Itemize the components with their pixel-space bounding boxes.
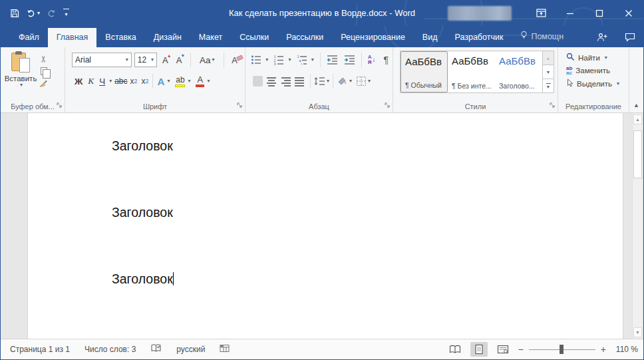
document-paragraph[interactable]: Заголовок [112,271,174,287]
tab-insert[interactable]: Вставка [96,28,144,47]
tab-references[interactable]: Ссылки [231,28,277,47]
bullets-icon[interactable] [251,55,261,66]
change-case-button[interactable]: Aa ▾ [197,54,218,67]
replace-button[interactable]: abac Заменить [566,66,619,75]
minimize-button[interactable] [556,1,585,25]
zoom-slider-thumb[interactable] [560,345,564,354]
zoom-in-button[interactable]: + [601,344,606,355]
font-dialog-launcher-icon[interactable] [237,102,243,110]
styles-scroll-down-icon[interactable]: ▼ [543,65,554,79]
line-spacing-icon[interactable] [314,76,325,87]
proofing-status-icon[interactable] [150,343,162,355]
ribbon-display-options-button[interactable] [526,1,556,25]
collapse-ribbon-icon[interactable]: ▲ [629,47,643,112]
tab-home[interactable]: Главная [48,28,97,47]
style-heading1[interactable]: АаБбВв Заголово... [495,51,542,92]
find-button[interactable]: Найти ▾ [566,53,619,63]
copy-icon[interactable] [41,67,47,75]
find-caret[interactable]: ▾ [605,55,607,61]
web-layout-icon[interactable] [494,342,512,357]
align-right-icon[interactable] [281,76,291,87]
vertical-scrollbar[interactable]: ▲ ▼ [632,113,642,339]
text-effects-button[interactable]: А [156,76,166,87]
numbering-caret[interactable]: ▾ [289,57,291,63]
tab-file[interactable]: Файл [10,28,48,47]
numbering-icon[interactable]: 123 [273,55,284,66]
select-button[interactable]: Выделить ▾ [566,79,619,89]
tab-review[interactable]: Рецензирование [332,28,414,47]
italic-button[interactable]: К [85,75,96,88]
increase-indent-icon[interactable] [344,55,355,66]
macro-record-icon[interactable] [220,344,230,355]
zoom-level[interactable]: 110 % [613,345,638,354]
align-justify-icon[interactable] [295,76,305,87]
save-button[interactable] [10,9,19,18]
multilevel-list-icon[interactable]: 1ai [297,55,307,66]
undo-dropdown-caret[interactable]: ▾ [37,11,40,16]
borders-caret[interactable]: ▾ [368,79,371,84]
bullets-caret[interactable]: ▾ [265,57,268,63]
underline-button[interactable]: Ч [96,75,108,88]
clear-formatting-button[interactable]: А [230,55,240,65]
maximize-button[interactable] [585,1,614,25]
grow-font-button[interactable]: A ▲ [160,55,171,65]
font-size-select[interactable]: 12 ▾ [134,53,157,67]
styles-scroll-up-icon[interactable]: ▲ [543,51,554,65]
customize-qat-button[interactable]: ▾ [63,9,69,17]
tab-mailings[interactable]: Рассылки [277,28,332,47]
sort-icon[interactable]: АЯ ↓ [368,55,376,65]
tab-view[interactable]: Вид [414,28,446,47]
format-painter-icon[interactable] [39,79,48,89]
paste-button[interactable]: Вставить ▾ [3,50,38,100]
tab-developer[interactable]: Разработчик [446,28,512,47]
font-color-caret[interactable]: ▾ [207,79,210,84]
account-name-blurred[interactable] [448,6,512,21]
paragraph-dialog-launcher-icon[interactable] [385,102,391,110]
text-effects-caret[interactable]: ▾ [167,79,170,84]
print-layout-icon[interactable] [470,342,488,357]
superscript-button[interactable]: x2 [142,77,149,86]
document-paragraph[interactable]: Заголовок [112,138,173,154]
close-button[interactable] [614,1,643,25]
styles-dialog-launcher-icon[interactable] [550,102,556,110]
word-count[interactable]: Число слов: 3 [84,345,136,354]
shading-icon[interactable] [337,76,348,87]
scroll-down-icon[interactable]: ▼ [633,327,642,337]
font-family-select[interactable]: Arial ▾ [72,53,132,67]
show-marks-button[interactable]: ¶ [383,55,389,65]
decrease-indent-icon[interactable] [327,55,338,66]
read-mode-icon[interactable] [446,342,464,357]
select-caret[interactable]: ▾ [617,81,619,87]
paste-dropdown-caret[interactable]: ▾ [20,83,23,88]
document-paragraph[interactable]: Заголовок [112,205,173,220]
comments-icon[interactable] [625,33,635,44]
multilevel-caret[interactable]: ▾ [311,57,314,63]
strikethrough-button[interactable]: abc [112,75,130,87]
subscript-button[interactable]: x2 [130,77,138,86]
bold-button[interactable]: Ж [72,75,85,88]
line-spacing-caret[interactable]: ▾ [327,79,329,84]
borders-icon[interactable] [355,76,367,87]
cut-icon[interactable]: ✂ [39,55,49,63]
tab-design[interactable]: Дизайн [145,28,190,47]
undo-button[interactable]: ▾ [26,9,40,17]
zoom-out-button[interactable]: − [518,344,524,355]
language-indicator[interactable]: русский [176,345,205,354]
shading-caret[interactable]: ▾ [349,79,352,84]
highlight-color-button[interactable]: ab [174,76,186,87]
zoom-slider[interactable] [529,345,595,354]
page-indicator[interactable]: Страница 1 из 1 [10,345,70,354]
share-icon[interactable] [597,33,607,44]
highlight-caret[interactable]: ▾ [188,79,190,84]
font-color-button[interactable]: А [194,75,206,87]
tab-tell-me[interactable]: Помощн [512,26,572,47]
styles-more-icon[interactable]: ▼ [543,79,554,92]
style-normal[interactable]: АаБбВв ¶ Обычный [401,51,448,92]
align-center-icon[interactable] [267,76,277,87]
document-page[interactable]: Заголовок Заголовок Заголовок [27,113,623,339]
clipboard-dialog-launcher-icon[interactable] [57,102,63,110]
tab-layout[interactable]: Макет [190,28,231,47]
style-no-spacing[interactable]: АаБбВв ¶ Без инте... [448,51,495,92]
align-left-icon[interactable] [253,76,263,87]
shrink-font-button[interactable]: A ▼ [174,55,185,65]
